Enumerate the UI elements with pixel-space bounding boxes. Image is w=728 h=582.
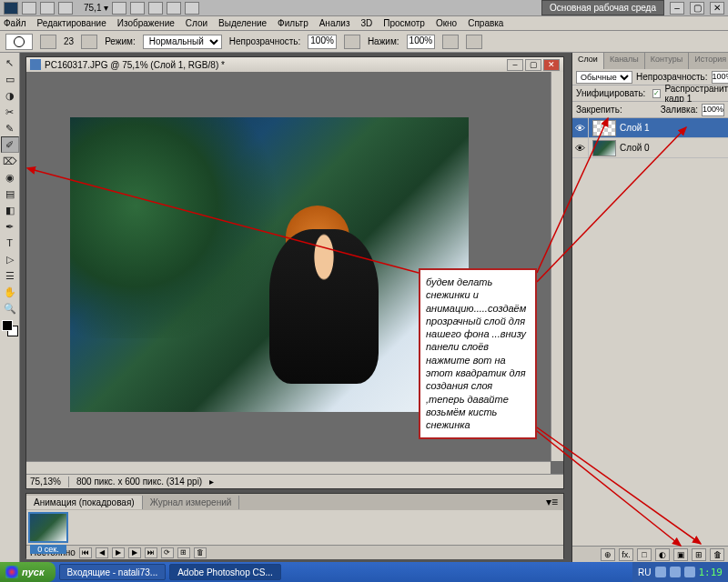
horizontal-scrollbar[interactable]: [26, 461, 551, 474]
rotate-view-icon[interactable]: [148, 2, 163, 15]
hand-tool[interactable]: ✋: [1, 284, 19, 300]
first-frame-button[interactable]: ⏮: [79, 547, 92, 558]
tab-history[interactable]: История: [689, 53, 728, 69]
layer-opacity-value[interactable]: 100%: [712, 71, 728, 84]
layer-thumbnail[interactable]: [592, 120, 616, 136]
brush-preset-picker[interactable]: [40, 35, 56, 49]
visibility-toggle-icon[interactable]: 👁: [572, 138, 589, 157]
animation-frame-1[interactable]: 0 сек.: [28, 512, 68, 543]
doc-maximize-button[interactable]: ▢: [525, 59, 541, 71]
tab-measurement-log[interactable]: Журнал измерений: [143, 496, 240, 509]
adjustment-layer-icon[interactable]: ◐: [655, 548, 670, 561]
opacity-value[interactable]: 100%: [308, 35, 337, 49]
layer-thumbnail[interactable]: [592, 140, 616, 156]
new-layer-icon[interactable]: ⊞: [692, 548, 706, 561]
tray-icon[interactable]: [655, 567, 666, 577]
pen-tool[interactable]: ✒: [1, 218, 19, 235]
blend-mode-select[interactable]: Нормальный: [143, 35, 222, 49]
view-extras-icon[interactable]: [58, 2, 73, 15]
app-minimize-button[interactable]: –: [670, 2, 684, 15]
eraser-tool[interactable]: ⌦: [1, 153, 19, 169]
tween-button[interactable]: ⟳: [161, 547, 174, 558]
lock-all-icon[interactable]: [646, 105, 652, 115]
hand-icon[interactable]: [112, 2, 126, 15]
delete-frame-button[interactable]: 🗑: [194, 547, 207, 558]
app-restore-button[interactable]: ▢: [690, 2, 704, 15]
arrange-icon[interactable]: [167, 2, 181, 15]
language-indicator[interactable]: RU: [638, 567, 651, 577]
gradient-tool[interactable]: ◉: [1, 169, 19, 186]
layer-row[interactable]: 👁 Слой 0: [572, 138, 728, 158]
clock[interactable]: 1:19: [699, 567, 723, 578]
taskbar-item-mail[interactable]: Входящие - natali73...: [59, 564, 167, 580]
menu-select[interactable]: Выделение: [218, 18, 267, 28]
menu-filter[interactable]: Фильтр: [278, 18, 308, 28]
prev-frame-button[interactable]: ◀: [96, 547, 108, 558]
workspace-switcher[interactable]: Основная рабочая среда: [541, 0, 664, 15]
start-button[interactable]: пуск: [0, 562, 56, 582]
delete-layer-icon[interactable]: 🗑: [710, 548, 724, 561]
flow-value[interactable]: 100%: [407, 35, 436, 49]
layer-fx-icon[interactable]: fx.: [619, 548, 633, 561]
move-tool[interactable]: ↖: [1, 55, 19, 71]
new-frame-button[interactable]: ⊞: [177, 547, 190, 558]
menu-analysis[interactable]: Анализ: [319, 18, 350, 28]
tray-icon[interactable]: [670, 567, 681, 577]
status-zoom[interactable]: 75,13%: [30, 477, 61, 487]
menu-edit[interactable]: Редактирование: [37, 18, 106, 28]
tab-animation[interactable]: Анимация (покадровая): [26, 496, 143, 509]
menu-image[interactable]: Изображение: [117, 18, 175, 28]
blur-tool[interactable]: ▤: [1, 186, 19, 202]
lasso-tool[interactable]: ◑: [1, 87, 19, 104]
layer-row[interactable]: 👁 Слой 1: [572, 118, 728, 138]
brush-panel-toggle-icon[interactable]: [81, 35, 97, 49]
menu-layers[interactable]: Слои: [186, 18, 207, 28]
menu-help[interactable]: Справка: [468, 18, 503, 28]
zoom-readout[interactable]: 75,1 ▾: [84, 3, 108, 13]
doc-close-button[interactable]: ✕: [543, 59, 560, 71]
layer-mask-icon[interactable]: □: [637, 548, 652, 561]
crop-tool[interactable]: ✂: [1, 104, 19, 120]
status-doc-info[interactable]: 800 пикс. x 600 пикс. (314 ppi): [76, 477, 202, 487]
dodge-tool[interactable]: ◧: [1, 202, 19, 218]
propagate-checkbox[interactable]: ✓: [652, 89, 661, 98]
shape-tool[interactable]: ☰: [1, 267, 19, 284]
tab-layers[interactable]: Слои: [572, 53, 604, 69]
marquee-tool[interactable]: ▭: [1, 71, 19, 87]
tab-paths[interactable]: Контуры: [645, 53, 689, 69]
path-tool[interactable]: ▷: [1, 251, 19, 267]
lock-position-icon[interactable]: [636, 105, 642, 115]
vertical-scrollbar[interactable]: [551, 72, 563, 461]
last-frame-button[interactable]: ⏭: [145, 547, 157, 558]
layer-name[interactable]: Слой 1: [620, 123, 650, 133]
mini-bridge-icon[interactable]: [40, 2, 55, 15]
document-titlebar[interactable]: PC160317.JPG @ 75,1% (Слой 1, RGB/8) * –…: [26, 57, 563, 72]
taskbar-item-photoshop[interactable]: Adobe Photoshop CS...: [169, 564, 281, 580]
layer-name[interactable]: Слой 0: [620, 143, 650, 153]
fill-value[interactable]: 100%: [702, 104, 724, 116]
type-tool[interactable]: T: [1, 235, 19, 251]
pressure-opacity-icon[interactable]: [344, 35, 360, 49]
brush-preview-icon[interactable]: [5, 34, 33, 50]
tab-channels[interactable]: Каналы: [604, 53, 645, 69]
color-swatches[interactable]: [2, 320, 18, 336]
zoom-icon[interactable]: [130, 2, 145, 15]
menu-3d[interactable]: 3D: [360, 18, 372, 28]
layer-blend-mode-select[interactable]: Обычные: [576, 71, 632, 84]
frame-duration[interactable]: 0 сек.: [30, 545, 66, 554]
lock-pixels-icon[interactable]: [626, 105, 632, 115]
link-layers-icon[interactable]: ⊕: [601, 548, 615, 561]
group-icon[interactable]: ▣: [673, 548, 688, 561]
pressure-size-icon[interactable]: [466, 35, 482, 49]
screen-mode-icon[interactable]: [185, 2, 199, 15]
airbrush-icon[interactable]: [442, 35, 459, 49]
menu-view[interactable]: Просмотр: [383, 18, 425, 28]
zoom-tool[interactable]: 🔍: [1, 300, 19, 316]
doc-minimize-button[interactable]: –: [507, 59, 523, 71]
bridge-icon[interactable]: [22, 2, 36, 15]
visibility-toggle-icon[interactable]: 👁: [572, 118, 589, 137]
brush-tool[interactable]: ✐: [1, 136, 19, 153]
next-frame-button[interactable]: ▶: [128, 547, 141, 558]
menu-file[interactable]: Файл: [4, 18, 26, 28]
panel-flyout-icon[interactable]: ▾≡: [541, 496, 563, 508]
